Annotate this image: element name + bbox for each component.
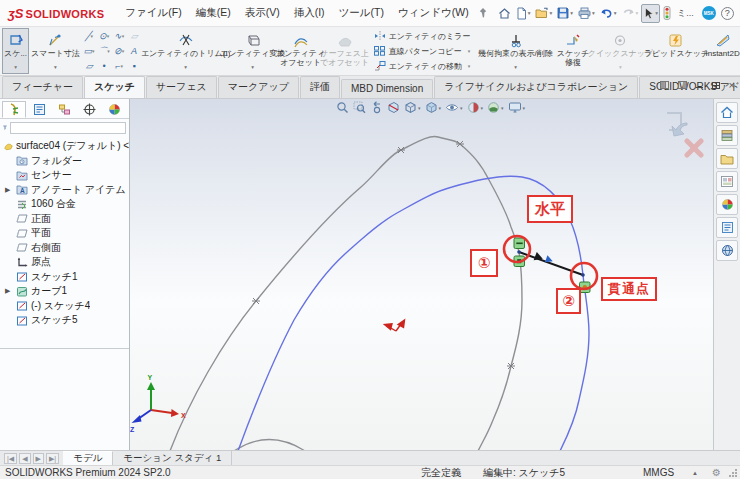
tree-item-annotations[interactable]: ▶ A アノテート アイテム — [0, 183, 129, 198]
tree-item-origin[interactable]: 原点 — [0, 255, 129, 270]
custom-properties-icon[interactable] — [716, 217, 738, 238]
tree-item-top-plane[interactable]: 平面 — [0, 226, 129, 241]
menu-window[interactable]: ウィンドウ(W) — [391, 2, 476, 24]
pane-right-icon[interactable] — [678, 81, 687, 89]
tab-surfaces[interactable]: サーフェス — [146, 76, 217, 98]
spline-tool[interactable]: ∿▾ — [114, 31, 124, 41]
doc-close-button[interactable]: × — [729, 81, 735, 89]
appearances-scenes-icon[interactable] — [716, 194, 738, 215]
tree-item-sketch5[interactable]: スケッチ5 — [0, 313, 129, 328]
sketch-point-2[interactable] — [581, 273, 585, 277]
tree-item-right-plane[interactable]: 右側面 — [0, 241, 129, 256]
fillet-tool[interactable]: ⌐▾ — [115, 61, 123, 71]
linear-pattern-button[interactable]: 直線パターンコピー ▾ — [374, 44, 471, 58]
property-manager-tab[interactable] — [27, 101, 51, 118]
display-style-icon[interactable]: ▾ — [424, 100, 443, 115]
open-button[interactable]: ▾ — [533, 4, 554, 22]
smart-dimension-button[interactable]: スマート寸法 ▾ — [29, 28, 82, 74]
design-library-icon[interactable] — [716, 125, 738, 146]
tab-features[interactable]: フィーチャー — [2, 76, 83, 98]
slot-tool[interactable]: ▱ — [86, 61, 93, 71]
horizontal-relation-badge[interactable] — [514, 238, 525, 249]
tree-item-sketch1[interactable]: スケッチ1 — [0, 270, 129, 285]
sketch-point-1[interactable] — [517, 250, 521, 254]
instant2d-button[interactable]: Instant2D — [703, 28, 740, 74]
doc-restore-button[interactable] — [712, 82, 720, 89]
edit-appearance-icon[interactable]: ▾ — [466, 100, 485, 115]
tree-item-front-plane[interactable]: 正面 — [0, 212, 129, 227]
offset-entities-button[interactable]: エンティティ オフセット — [280, 28, 322, 74]
home-button[interactable] — [496, 4, 513, 23]
move-entities-button[interactable]: エンティティの移動 ▾ — [374, 59, 471, 73]
undo-button[interactable]: ▾ — [598, 4, 619, 22]
redo-button[interactable]: ▾ — [620, 4, 641, 22]
view-settings-icon[interactable]: ▾ — [507, 100, 527, 115]
expand-arrow-icon[interactable]: ▶ — [5, 287, 10, 295]
tree-item-history-folder[interactable]: フォルダー — [0, 154, 129, 169]
text-tool[interactable]: A — [131, 46, 137, 56]
zoom-to-area-icon[interactable] — [352, 100, 367, 115]
rapid-sketch-button[interactable]: ラピッドスケッチ — [649, 28, 703, 74]
menu-edit[interactable]: 編集(E) — [189, 2, 238, 24]
home-icon[interactable] — [716, 102, 738, 123]
new-document-button[interactable]: ▾ — [514, 4, 533, 23]
view-orientation-icon[interactable]: ▾ — [403, 100, 422, 115]
tree-item-material[interactable]: 1060 合金 — [0, 197, 129, 212]
convert-entities-button[interactable]: エンティティ変換 ▾ — [226, 28, 280, 74]
point-tool[interactable]: • — [103, 61, 106, 71]
zoom-to-fit-icon[interactable] — [335, 100, 350, 115]
user-avatar[interactable]: MSK — [702, 6, 716, 20]
section-view-icon[interactable] — [386, 100, 401, 115]
graphics-viewport[interactable]: Y X Z ▾ — [130, 99, 713, 450]
tree-item-root[interactable]: surface04 (デフォルト) <<デフォ — [0, 139, 129, 154]
tab-evaluate[interactable]: 評価 — [300, 76, 340, 98]
tab-sketch[interactable]: スケッチ — [84, 76, 145, 98]
pane-left-icon[interactable] — [660, 81, 669, 89]
dimxpert-manager-tab[interactable] — [77, 101, 101, 118]
forum-icon[interactable] — [716, 240, 738, 261]
prev-tab-icon[interactable]: ◀ — [19, 453, 30, 464]
tree-splitter[interactable] — [0, 348, 129, 349]
bottom-arc-curve[interactable] — [234, 440, 305, 451]
arc-tool[interactable]: ⌒▾ — [98, 45, 110, 58]
quick-snaps-button[interactable]: クイックスナップ ▾ — [595, 28, 645, 74]
next-tab-icon[interactable]: ▶ — [33, 453, 44, 464]
circle-tool[interactable]: ⊙▾ — [99, 31, 109, 41]
print-button[interactable]: ▾ — [576, 4, 597, 22]
first-tab-icon[interactable]: |◀ — [4, 453, 17, 464]
feature-manager-tab[interactable] — [2, 101, 26, 118]
units-selector[interactable]: MMGS — [643, 467, 674, 478]
previous-view-icon[interactable] — [369, 100, 384, 115]
tree-item-sketch4[interactable]: (-) スケッチ4 — [0, 299, 129, 314]
graphics-area[interactable]: Y X Z — [130, 99, 713, 450]
plane-tool[interactable]: ▱ — [131, 31, 138, 41]
tab-lifecycle-collaboration[interactable]: ライフサイクルおよびコラボレーション — [434, 76, 638, 98]
gray-spline-curve[interactable] — [170, 136, 522, 450]
tab-mbd-dimension[interactable]: MBD Dimension — [341, 79, 433, 98]
help-icon[interactable]: ? — [721, 7, 734, 20]
tree-filter-input[interactable] — [10, 122, 126, 134]
ellipse-tool[interactable]: ⊘▾ — [114, 46, 124, 56]
line-tool[interactable]: ╱▾ — [85, 31, 93, 41]
pin-menu-icon[interactable] — [478, 7, 488, 19]
display-delete-relations-button[interactable]: 幾何拘束の表示/削除 ▾ — [476, 28, 554, 74]
apply-scene-icon[interactable]: ▾ — [486, 100, 505, 115]
save-button[interactable]: ▾ — [555, 4, 575, 22]
construction-geometry-tool[interactable]: ▪ — [133, 61, 136, 71]
surface-offset-button[interactable]: サーフェス上 でオフセット — [322, 28, 368, 74]
tree-item-sensors[interactable]: センサー — [0, 168, 129, 183]
hide-show-items-icon[interactable]: ▾ — [444, 100, 464, 115]
menu-view[interactable]: 表示(V) — [238, 2, 287, 24]
tag-icon[interactable]: ⚙ — [712, 468, 721, 478]
tab-model[interactable]: モデル — [63, 451, 113, 465]
toolbar-overflow-label[interactable]: ミ... — [677, 7, 694, 20]
trim-entities-button[interactable]: エンティティのトリム(I) ▾ — [146, 28, 226, 74]
exit-sketch-icon[interactable] — [667, 113, 687, 136]
repair-sketch-button[interactable]: スケッチ 修復 — [555, 28, 592, 74]
configuration-manager-tab[interactable] — [52, 101, 76, 118]
menu-file[interactable]: ファイル(F) — [118, 2, 188, 24]
mirror-entities-button[interactable]: エンティティのミラー — [374, 29, 471, 43]
caret-icon[interactable]: ▲ — [692, 470, 698, 476]
tab-motion-study-1[interactable]: モーション スタディ 1 — [113, 451, 232, 465]
last-tab-icon[interactable]: ▶| — [46, 453, 59, 464]
